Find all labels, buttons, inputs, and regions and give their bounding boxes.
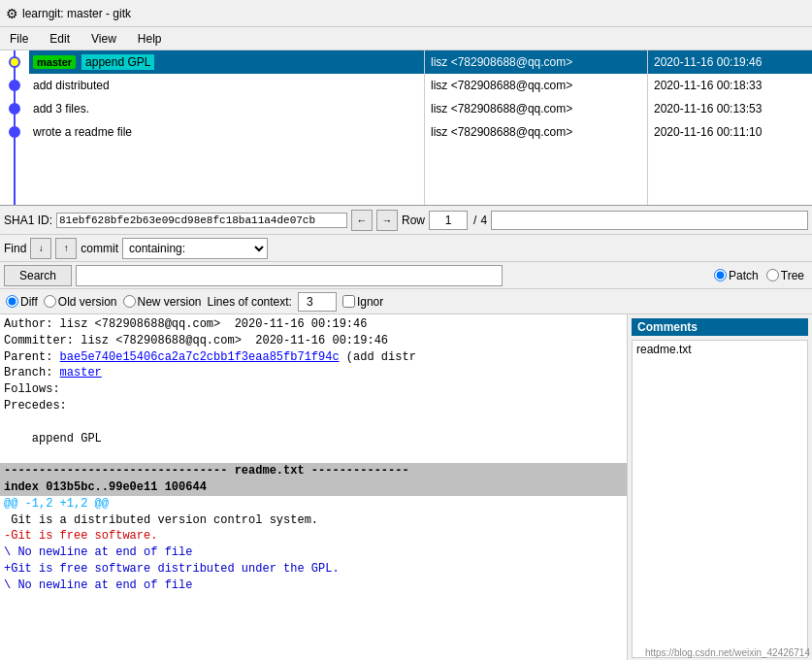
menubar: File Edit View Help bbox=[0, 27, 812, 50]
diff-line: Committer: lisz <782908688@qq.com> 2020-… bbox=[0, 333, 627, 349]
diff-separator: -------------------------------- readme.… bbox=[0, 463, 627, 479]
menu-file[interactable]: File bbox=[4, 30, 34, 48]
patch-radio-label[interactable]: Patch bbox=[714, 269, 759, 282]
diff-line: Follows: bbox=[0, 381, 627, 398]
commit-graph bbox=[0, 50, 29, 206]
menu-view[interactable]: View bbox=[85, 30, 122, 48]
parent-link[interactable]: bae5e740e15406ca2a7c2cbb1f3eaa85fb71f94c bbox=[60, 350, 340, 364]
find-type-label: commit bbox=[81, 242, 118, 255]
ignore-checkbox[interactable] bbox=[342, 295, 355, 308]
row-label: Row bbox=[402, 214, 425, 227]
find-up-button[interactable]: ↑ bbox=[55, 238, 77, 259]
date-row: 2020-11-16 00:19:46 bbox=[648, 50, 812, 74]
commit-area: master append GPL add distributed add 3 … bbox=[0, 50, 812, 206]
date-value: 2020-11-16 00:19:46 bbox=[654, 55, 762, 69]
date-row: 2020-11-16 00:18:33 bbox=[648, 74, 812, 97]
search-input[interactable] bbox=[76, 265, 503, 286]
patch-radio[interactable] bbox=[714, 269, 727, 281]
author-value: lisz <782908688@qq.com> bbox=[431, 102, 572, 116]
new-version-label: New version bbox=[138, 295, 202, 309]
find-down-button[interactable]: ↓ bbox=[30, 238, 51, 259]
diff-line: Parent: bae5e740e15406ca2a7c2cbb1f3eaa85… bbox=[0, 349, 627, 366]
titlebar: ⚙ learngit: master - gitk bbox=[0, 0, 812, 27]
find-type-select[interactable]: containing: touching paths: adding/remov… bbox=[122, 238, 268, 259]
old-version-radio-label[interactable]: Old version bbox=[44, 295, 117, 309]
find-row: Find ↓ ↑ commit containing: touching pat… bbox=[0, 235, 812, 262]
svg-point-3 bbox=[10, 104, 19, 114]
search-button[interactable]: Search bbox=[4, 265, 72, 286]
diff-line bbox=[0, 414, 627, 431]
row-number-input[interactable] bbox=[429, 211, 468, 230]
app-icon: ⚙ bbox=[6, 6, 18, 21]
date-value: 2020-11-16 00:18:33 bbox=[654, 79, 762, 92]
diff-hunk: @@ -1,2 +1,2 @@ bbox=[0, 496, 627, 512]
lines-of-context-label: Lines of context: bbox=[208, 295, 292, 309]
branch-link[interactable]: master bbox=[60, 366, 102, 380]
commit-message-highlight: append GPL bbox=[81, 54, 154, 70]
patch-label: Patch bbox=[729, 269, 759, 282]
date-value: 2020-11-16 00:11:10 bbox=[654, 125, 762, 139]
search-row: Search Patch Tree bbox=[0, 262, 812, 289]
author-column: lisz <782908688@qq.com> lisz <782908688@… bbox=[424, 50, 647, 205]
menu-edit[interactable]: Edit bbox=[44, 30, 76, 48]
diff-line: Git is a distributed version control sys… bbox=[0, 512, 627, 529]
svg-point-4 bbox=[10, 127, 19, 137]
commits-column: master append GPL add distributed add 3 … bbox=[29, 50, 424, 205]
author-row: lisz <782908688@qq.com> bbox=[425, 50, 647, 74]
date-row: 2020-11-16 00:11:10 bbox=[648, 120, 812, 144]
author-row: lisz <782908688@qq.com> bbox=[425, 74, 647, 97]
commit-message: wrote a readme file bbox=[33, 125, 132, 139]
menu-help[interactable]: Help bbox=[132, 30, 168, 48]
diff-line: Precedes: bbox=[0, 398, 627, 414]
commit-message: add 3 files. bbox=[33, 102, 89, 116]
author-value: lisz <782908688@qq.com> bbox=[431, 125, 572, 139]
diff-line-nofile: \ No newline at end of file bbox=[0, 578, 627, 594]
commit-row[interactable]: master append GPL bbox=[29, 50, 424, 74]
sha1-row: SHA1 ID: ← → Row / 4 bbox=[0, 206, 812, 235]
date-value: 2020-11-16 00:13:53 bbox=[654, 102, 762, 116]
tree-radio-label[interactable]: Tree bbox=[766, 269, 804, 282]
svg-point-1 bbox=[10, 57, 19, 67]
author-value: lisz <782908688@qq.com> bbox=[431, 55, 572, 69]
diff-options-row: Diff Old version New version Lines of co… bbox=[0, 289, 812, 314]
commit-row[interactable]: add 3 files. bbox=[29, 97, 424, 120]
file-item[interactable]: readme.txt bbox=[633, 341, 807, 358]
diff-label: Diff bbox=[20, 295, 38, 309]
ignore-checkbox-label[interactable]: Ignor bbox=[342, 295, 383, 309]
author-value: lisz <782908688@qq.com> bbox=[431, 79, 572, 92]
diff-line: append GPL bbox=[0, 431, 627, 447]
diff-index: index 013b5bc..99e0e11 100644 bbox=[0, 479, 627, 496]
tree-label: Tree bbox=[781, 269, 804, 282]
right-panel: Comments readme.txt bbox=[628, 314, 812, 660]
diff-line-nofile: \ No newline at end of file bbox=[0, 544, 627, 561]
lines-of-context-input[interactable] bbox=[298, 292, 337, 312]
lower-pane: Author: lisz <782908688@qq.com> 2020-11-… bbox=[0, 314, 812, 660]
nav-forward-button[interactable]: → bbox=[376, 210, 398, 231]
author-row: lisz <782908688@qq.com> bbox=[425, 97, 647, 120]
new-version-radio-label[interactable]: New version bbox=[123, 295, 202, 309]
row-separator: / bbox=[473, 214, 476, 227]
watermark: https://blog.csdn.net/weixin_42426714 bbox=[645, 647, 810, 658]
find-label: Find bbox=[4, 242, 26, 255]
diff-radio[interactable] bbox=[6, 295, 18, 308]
commit-message: add distributed bbox=[33, 79, 110, 92]
tree-radio[interactable] bbox=[766, 269, 779, 281]
author-row: lisz <782908688@qq.com> bbox=[425, 120, 647, 144]
row-total: 4 bbox=[480, 214, 487, 227]
old-version-label: Old version bbox=[58, 295, 117, 309]
sha1-input[interactable] bbox=[56, 213, 347, 228]
commit-row[interactable]: wrote a readme file bbox=[29, 120, 424, 144]
branch-badge: master bbox=[33, 55, 76, 69]
old-version-radio[interactable] bbox=[44, 295, 56, 308]
diff-radio-label[interactable]: Diff bbox=[6, 295, 38, 309]
window-title: learngit: master - gitk bbox=[22, 7, 131, 20]
diff-line: Author: lisz <782908688@qq.com> 2020-11-… bbox=[0, 316, 627, 333]
diff-line bbox=[0, 446, 627, 463]
nav-back-button[interactable]: ← bbox=[351, 210, 373, 231]
commit-row[interactable]: add distributed bbox=[29, 74, 424, 97]
new-version-radio[interactable] bbox=[123, 295, 136, 308]
date-row: 2020-11-16 00:13:53 bbox=[648, 97, 812, 120]
sha1-search-input[interactable] bbox=[491, 211, 808, 230]
files-list[interactable]: readme.txt bbox=[632, 340, 808, 658]
diff-area[interactable]: Author: lisz <782908688@qq.com> 2020-11-… bbox=[0, 314, 628, 660]
